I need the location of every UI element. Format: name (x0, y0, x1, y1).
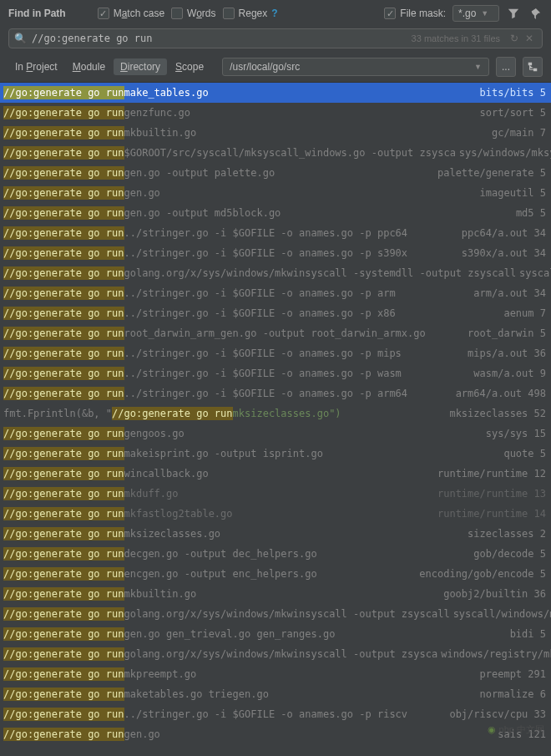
result-highlight: //go:generate go run (3, 547, 124, 561)
history-icon[interactable]: ↻ (507, 31, 522, 46)
result-highlight: //go:generate go run (3, 186, 124, 200)
result-location: sys/sys 15 (486, 428, 546, 439)
result-location: gc/main 7 (492, 127, 546, 139)
match-case-checkbox[interactable]: Match case (98, 8, 164, 19)
scope-tab-project[interactable]: In Project (8, 58, 64, 75)
result-row[interactable]: //go:generate go run gen.go -output md5b… (0, 203, 551, 223)
result-highlight: //go:generate go run (3, 728, 124, 741)
match-case-label: Match case (114, 8, 164, 19)
regex-help-icon[interactable]: ? (271, 8, 277, 19)
result-rest: gen.go (124, 728, 160, 740)
clear-icon[interactable]: ✕ (522, 31, 537, 46)
result-rest: wincallback.go (124, 468, 209, 479)
result-row[interactable]: //go:generate go run ../stringer.go -i $… (0, 343, 551, 363)
search-box[interactable]: 🔍 33 matches in 31 files ↻ ✕ (8, 28, 543, 48)
result-highlight: //go:generate go run (3, 246, 124, 260)
result-rest: make_tables.go (124, 87, 209, 99)
pin-icon[interactable] (528, 6, 543, 21)
checkbox-box-icon (384, 8, 396, 19)
dialog-header: Find in Path Match case Words Regex ? Fi… (0, 0, 551, 25)
result-row[interactable]: //go:generate go run $GOROOT/src/syscall… (0, 143, 551, 163)
result-rest: ../stringer.go -i $GOFILE -o anames.go -… (124, 708, 408, 720)
result-highlight: //go:generate go run (3, 467, 124, 480)
result-rest: mkbuiltin.go (124, 127, 197, 139)
result-row[interactable]: //go:generate go run root_darwin_arm_gen… (0, 323, 551, 343)
result-rest: ../stringer.go -i $GOFILE -o anames.go -… (124, 348, 402, 359)
result-location: arm64/a.out 498 (456, 388, 546, 399)
result-rest: gengoos.go (124, 428, 185, 439)
result-highlight: //go:generate go run (3, 627, 124, 641)
result-row[interactable]: //go:generate go run mkbuiltin.gogc/main… (0, 123, 551, 143)
result-row[interactable]: fmt.Fprintln(&b, "//go:generate go run m… (0, 403, 551, 424)
scope-tab-directory[interactable]: Directory (114, 58, 167, 75)
result-row[interactable]: //go:generate go run ../stringer.go -i $… (0, 704, 551, 724)
result-row[interactable]: //go:generate go run maketables.go trieg… (0, 684, 551, 704)
checkbox-box-icon (171, 8, 183, 19)
result-row[interactable]: //go:generate go run mkduff.goruntime/ru… (0, 484, 551, 504)
result-row[interactable]: //go:generate go run gen.go gen_trieval.… (0, 624, 551, 644)
result-row[interactable]: //go:generate go run gen.gosais 121 (0, 724, 551, 744)
result-rest: mkbuiltin.go (124, 588, 197, 600)
result-row[interactable]: //go:generate go run ../stringer.go -i $… (0, 243, 551, 263)
result-row[interactable]: //go:generate go run ../stringer.go -i $… (0, 283, 551, 303)
result-row[interactable]: //go:generate go run mkpreempt.gopreempt… (0, 664, 551, 684)
tree-button[interactable] (523, 57, 543, 77)
result-row[interactable]: //go:generate go run gen.go -output pale… (0, 163, 551, 183)
result-row[interactable]: //go:generate go run ../stringer.go -i $… (0, 303, 551, 323)
results-list[interactable]: //go:generate go run make_tables.gobits/… (0, 82, 551, 754)
result-row[interactable]: //go:generate go run ../stringer.go -i $… (0, 223, 551, 243)
checkbox-box-icon (223, 8, 235, 19)
result-rest: ../stringer.go -i $GOFILE -o anames.go -… (124, 368, 402, 379)
result-location: sys/windows/mksyscall 7 (459, 147, 551, 159)
result-rest: genzfunc.go (124, 107, 190, 119)
result-location: arm/a.out 34 (473, 287, 546, 299)
result-highlight: //go:generate go run (3, 106, 124, 119)
browse-button[interactable]: ... (496, 57, 516, 77)
result-row[interactable]: //go:generate go run golang.org/x/sys/wi… (0, 604, 551, 624)
result-rest: golang.org/x/sys/windows/mkwinsyscall -o… (124, 648, 438, 660)
file-mask-checkbox[interactable]: File mask: (384, 8, 446, 19)
result-rest: mkpreempt.go (124, 668, 197, 680)
result-row[interactable]: //go:generate go run mkfastlog2table.gor… (0, 504, 551, 524)
words-checkbox[interactable]: Words (171, 8, 215, 19)
result-highlight: //go:generate go run (3, 447, 124, 460)
result-location: aenum 7 (503, 307, 546, 319)
result-row[interactable]: //go:generate go run mksizeclasses.gosiz… (0, 524, 551, 544)
result-rest: gen.go -output md5block.go (124, 207, 281, 219)
result-location: mips/a.out 36 (468, 348, 546, 359)
result-row[interactable]: //go:generate go run ../stringer.go -i $… (0, 383, 551, 403)
result-location: sais 121 (498, 728, 546, 740)
result-prefix: fmt.Fprintln(&b, " (3, 408, 112, 419)
result-row[interactable]: //go:generate go run mkbuiltin.gogoobj2/… (0, 584, 551, 604)
result-location: root_darwin 5 (468, 327, 546, 339)
result-rest: ../stringer.go -i $GOFILE -o anames.go -… (124, 388, 408, 399)
scope-tab-scope[interactable]: Scope (169, 58, 210, 75)
result-row[interactable]: //go:generate go run make_tables.gobits/… (0, 83, 551, 103)
result-row[interactable]: //go:generate go run golang.org/x/sys/wi… (0, 263, 551, 283)
result-row[interactable]: //go:generate go run wincallback.gorunti… (0, 464, 551, 484)
file-mask-select[interactable]: *.go ▼ (452, 5, 499, 22)
result-row[interactable]: //go:generate go run gengoos.gosys/sys 1… (0, 424, 551, 444)
chevron-down-icon: ▼ (481, 9, 488, 18)
directory-path-value: /usr/local/go/src (230, 61, 300, 73)
filter-icon[interactable] (506, 6, 521, 21)
result-rest: decgen.go -output dec_helpers.go (124, 548, 317, 560)
result-row[interactable]: //go:generate go run genzfunc.gosort/sor… (0, 103, 551, 123)
result-highlight: //go:generate go run (3, 287, 124, 300)
dialog-title: Find in Path (8, 8, 66, 19)
search-input[interactable] (32, 33, 412, 44)
result-highlight: //go:generate go run (3, 327, 124, 340)
result-row[interactable]: //go:generate go run golang.org/x/sys/wi… (0, 644, 551, 664)
scope-tab-module[interactable]: Module (66, 58, 112, 75)
directory-path-select[interactable]: /usr/local/go/src ▼ (222, 58, 489, 76)
result-row[interactable]: //go:generate go run ../stringer.go -i $… (0, 363, 551, 383)
result-rest: ../stringer.go -i $GOFILE -o anames.go -… (124, 227, 408, 239)
result-row[interactable]: //go:generate go run decgen.go -output d… (0, 544, 551, 564)
result-row[interactable]: //go:generate go run gen.goimageutil 5 (0, 183, 551, 203)
file-mask-value: *.go (458, 8, 476, 19)
regex-checkbox[interactable]: Regex ? (223, 8, 278, 19)
result-row[interactable]: //go:generate go run makeisprint.go -out… (0, 444, 551, 464)
result-highlight: //go:generate go run (3, 307, 124, 320)
result-location: goobj2/builtin 36 (443, 588, 546, 600)
result-row[interactable]: //go:generate go run encgen.go -output e… (0, 564, 551, 584)
